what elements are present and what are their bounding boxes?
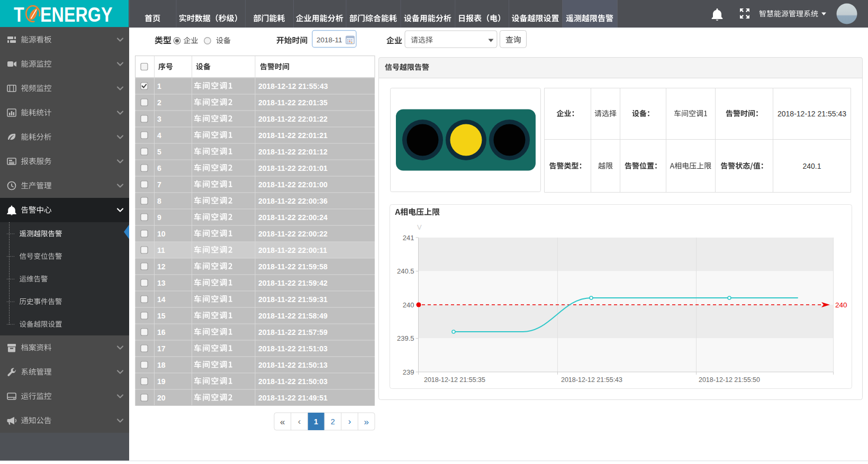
svg-text:19: 19 [157, 377, 166, 386]
svg-text:239.5: 239.5 [397, 334, 414, 342]
svg-text:10: 10 [157, 230, 166, 238]
svg-text:2018-12-12 21:55:43: 2018-12-12 21:55:43 [561, 376, 622, 384]
svg-text:2018-11-22 21:50:03: 2018-11-22 21:50:03 [258, 377, 328, 386]
svg-text:2018-11-22 21:49:51: 2018-11-22 21:49:51 [258, 394, 328, 402]
svg-text:«: « [280, 417, 285, 427]
svg-text:2018-11-22 21:59:58: 2018-11-22 21:59:58 [258, 262, 328, 271]
svg-text:20: 20 [157, 394, 166, 402]
svg-text:2018-11-22 22:01:21: 2018-11-22 22:01:21 [258, 131, 328, 140]
svg-text:»: » [364, 417, 368, 427]
svg-text:3: 3 [157, 115, 161, 123]
svg-text:241: 241 [403, 234, 414, 242]
svg-text:2018-11-22 22:01:01: 2018-11-22 22:01:01 [258, 164, 328, 172]
svg-text:2018-11-22 21:51:03: 2018-11-22 21:51:03 [258, 344, 328, 353]
svg-text:16: 16 [157, 328, 166, 336]
svg-text:1: 1 [314, 417, 318, 426]
svg-text:2018-12-12 21:55:35: 2018-12-12 21:55:35 [424, 376, 485, 384]
svg-text:240: 240 [403, 301, 414, 309]
svg-text:15: 15 [157, 312, 166, 320]
svg-text:2018-11-22 22:01:00: 2018-11-22 22:01:00 [258, 180, 328, 189]
svg-text:‹: ‹ [298, 416, 301, 426]
svg-text:2018-11-22 22:00:36: 2018-11-22 22:00:36 [258, 197, 328, 205]
svg-text:T: T [14, 4, 24, 26]
svg-text:ENERGY: ENERGY [40, 4, 112, 26]
svg-text:2018-11-22 22:01:22: 2018-11-22 22:01:22 [258, 115, 328, 123]
svg-text:2018-11-22 21:59:42: 2018-11-22 21:59:42 [258, 279, 328, 287]
svg-text:7: 7 [157, 180, 161, 189]
svg-text:6: 6 [157, 164, 161, 172]
svg-text:18: 18 [157, 361, 166, 369]
svg-text:2018-11-22 21:58:49: 2018-11-22 21:58:49 [258, 312, 328, 320]
svg-text:240.5: 240.5 [397, 267, 414, 275]
svg-text:11: 11 [157, 246, 165, 254]
svg-text:2018-11-22 21:50:13: 2018-11-22 21:50:13 [258, 361, 328, 369]
svg-text:2: 2 [331, 417, 335, 426]
svg-text:2018-12-12 21:55:43: 2018-12-12 21:55:43 [258, 82, 328, 90]
svg-text:2018-11-22 22:00:24: 2018-11-22 22:00:24 [258, 213, 328, 222]
svg-text:2018-11-22 22:01:35: 2018-11-22 22:01:35 [258, 98, 328, 107]
svg-text:8: 8 [157, 197, 161, 205]
svg-text:14: 14 [157, 295, 166, 304]
svg-text:12: 12 [157, 262, 166, 271]
svg-text:2018-11-22 21:57:59: 2018-11-22 21:57:59 [258, 328, 328, 336]
svg-text:2018-11: 2018-11 [317, 36, 342, 44]
svg-text:4: 4 [157, 131, 161, 140]
svg-text:5: 5 [157, 148, 161, 156]
svg-text:17: 17 [157, 344, 166, 353]
svg-text:2: 2 [157, 98, 161, 107]
svg-text:240.1: 240.1 [802, 162, 821, 170]
svg-text:2018-11-22 22:01:12: 2018-11-22 22:01:12 [258, 148, 328, 156]
svg-text:13: 13 [157, 279, 166, 287]
svg-text:239: 239 [403, 368, 414, 376]
svg-text:1: 1 [157, 82, 161, 90]
svg-text:›: › [348, 416, 351, 426]
svg-text:2018-11-22 22:00:22: 2018-11-22 22:00:22 [258, 230, 328, 238]
svg-text:2018-11-22 22:00:11: 2018-11-22 22:00:11 [258, 246, 327, 254]
svg-text:2018-12-12 21:55:50: 2018-12-12 21:55:50 [699, 376, 760, 384]
svg-text:240: 240 [835, 301, 847, 309]
svg-text:2018-11-22 21:59:31: 2018-11-22 21:59:31 [258, 295, 328, 304]
svg-text:V: V [417, 223, 422, 231]
svg-text:9: 9 [157, 213, 161, 222]
svg-text:2018-12-12 21:55:43: 2018-12-12 21:55:43 [777, 110, 846, 118]
